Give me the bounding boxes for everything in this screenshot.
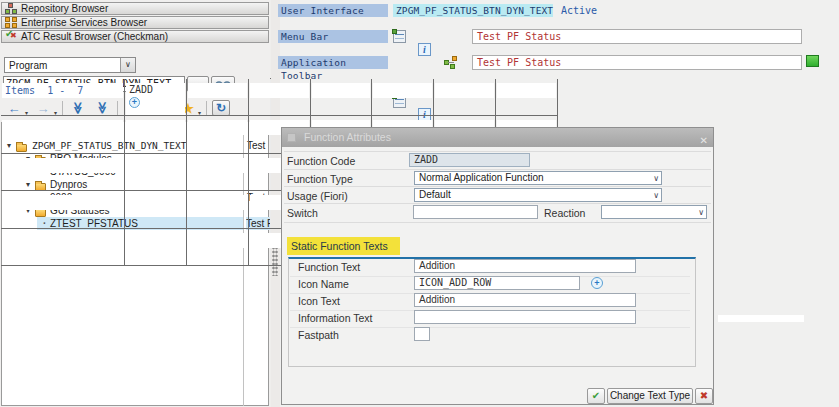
- switch-field[interactable]: [413, 205, 538, 219]
- item-cell[interactable]: [434, 79, 496, 116]
- repository-browser-bar[interactable]: Repository Browser: [1, 2, 269, 15]
- item-cell[interactable]: [187, 229, 249, 266]
- item-cell[interactable]: [496, 79, 558, 116]
- items-range-cell: [1, 116, 125, 153]
- repository-browser-label: Repository Browser: [21, 3, 108, 14]
- function-text-label: Function Text: [298, 261, 360, 273]
- items-range-cell: [1, 191, 125, 228]
- enterprise-services-icon: [5, 17, 17, 28]
- atc-result-browser-bar[interactable]: ✔ ✖ ATC Result Browser (Checkman): [1, 30, 269, 43]
- dialog-icon: [287, 133, 296, 142]
- information-text-label: Information Text: [298, 312, 373, 324]
- items-range-cell: [1, 229, 125, 266]
- item-cell[interactable]: [311, 79, 373, 116]
- user-interface-value[interactable]: ZPGM_PF_STATUS_BTN_DYN_TEXT: [393, 4, 553, 17]
- enterprise-services-browser-bar[interactable]: Enterprise Services Browser: [1, 16, 269, 29]
- item-cell-zadd[interactable]: ZADD +: [125, 79, 187, 116]
- object-type-select[interactable]: Program ∨: [4, 57, 136, 73]
- select-chevron-icon: ∨: [120, 58, 135, 72]
- reaction-select[interactable]: ∨: [601, 205, 707, 219]
- check-icon: ✔: [592, 390, 600, 401]
- item-cell[interactable]: [249, 79, 311, 116]
- items-range-label: Items 1 - 7: [2, 83, 123, 98]
- icon-picker-add-icon[interactable]: +: [591, 277, 603, 289]
- green-status-button[interactable]: [806, 55, 819, 67]
- item-cell[interactable]: [187, 79, 249, 116]
- enterprise-services-label: Enterprise Services Browser: [21, 17, 147, 28]
- application-toolbar-label: Application Toolbar: [278, 56, 388, 69]
- row-divider: [284, 203, 711, 204]
- expand-menu-bar-icon[interactable]: [393, 30, 406, 43]
- close-icon: ✖: [700, 390, 708, 401]
- icon-name-label: Icon Name: [298, 278, 349, 290]
- cancel-button[interactable]: ✖: [695, 388, 713, 404]
- dialog-title-bar[interactable]: Function Attributes ✕: [282, 128, 713, 147]
- item-function-code: ZADD: [126, 83, 185, 97]
- toolbar-title-field[interactable]: Test PF Status: [472, 55, 802, 70]
- dialog-close-icon[interactable]: ✕: [700, 131, 708, 150]
- confirm-button[interactable]: ✔: [587, 388, 605, 404]
- row-divider: [284, 222, 711, 223]
- status-active-text: Active: [561, 4, 597, 17]
- user-interface-label: User Interface: [278, 4, 388, 17]
- hierarchy-icon[interactable]: [444, 56, 457, 69]
- reaction-label: Reaction: [544, 207, 585, 219]
- background-field: [718, 315, 804, 322]
- function-code-label: Function Code: [287, 155, 355, 167]
- menu-bar-label: Menu Bar: [278, 30, 388, 43]
- information-text-field[interactable]: [414, 310, 636, 324]
- item-cell[interactable]: [125, 191, 187, 228]
- item-cell[interactable]: [125, 154, 187, 191]
- item-cell[interactable]: [125, 229, 187, 266]
- atc-result-browser-label: ATC Result Browser (Checkman): [21, 31, 168, 42]
- row-divider: [284, 186, 711, 187]
- group-row-divider: [290, 327, 690, 328]
- icon-text-label: Icon Text: [298, 295, 340, 307]
- switch-label: Switch: [287, 207, 318, 219]
- item-cell[interactable]: [372, 79, 434, 116]
- info-icon[interactable]: i: [418, 43, 431, 56]
- function-type-select[interactable]: Normal Application Function ∨: [414, 171, 662, 185]
- function-type-label: Function Type: [287, 173, 353, 185]
- item-cell[interactable]: [187, 154, 249, 191]
- function-code-field: ZADD: [409, 153, 530, 167]
- usage-fiori-label: Usage (Fiori): [287, 190, 348, 202]
- fastpath-label: Fastpath: [298, 329, 339, 341]
- item-cell[interactable]: [187, 191, 249, 228]
- items-range-cell: Items 1 - 7: [1, 79, 125, 116]
- select-chevron-icon: ∨: [698, 207, 704, 219]
- repository-browser-icon: [5, 3, 17, 14]
- select-chevron-icon: ∨: [653, 173, 659, 185]
- select-chevron-icon: ∨: [653, 190, 659, 202]
- object-type-value: Program: [5, 60, 120, 71]
- dialog-title-text: Function Attributes: [304, 131, 391, 143]
- item-cell[interactable]: [187, 116, 249, 153]
- add-row-icon[interactable]: +: [129, 97, 140, 108]
- menu-bar-title-field[interactable]: Test PF Status: [472, 29, 802, 44]
- function-attributes-dialog: Function Attributes ✕ Function Code ZADD…: [281, 127, 714, 405]
- icon-text-field[interactable]: Addition: [414, 293, 636, 307]
- sap-menu-painter-screen: Repository Browser Enterprise Services B…: [0, 0, 839, 407]
- usage-fiori-select[interactable]: Default ∨: [414, 188, 662, 202]
- icon-name-field[interactable]: ICON_ADD_ROW: [414, 276, 580, 290]
- fastpath-field[interactable]: [414, 327, 430, 341]
- row-divider: [284, 169, 711, 170]
- item-cell[interactable]: [125, 116, 187, 153]
- items-range-cell: [1, 154, 125, 191]
- change-text-type-button[interactable]: Change Text Type: [607, 388, 693, 404]
- atc-checkman-icon: ✔ ✖: [5, 31, 17, 42]
- row-divider: [284, 151, 711, 152]
- static-function-texts-header: Static Function Texts: [287, 237, 400, 255]
- function-text-field[interactable]: Addition: [414, 259, 636, 273]
